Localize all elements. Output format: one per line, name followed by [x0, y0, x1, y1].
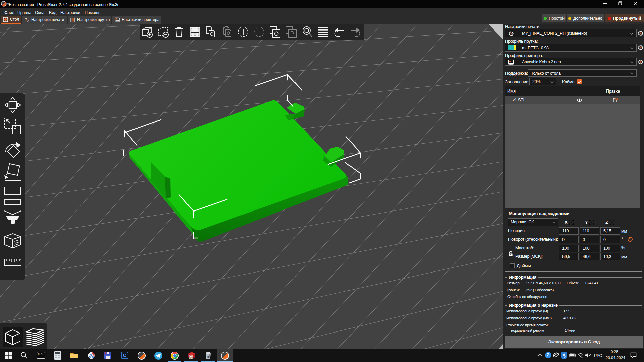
svg-text:G: G — [207, 355, 209, 359]
svg-text:2023: 2023 — [189, 357, 193, 359]
